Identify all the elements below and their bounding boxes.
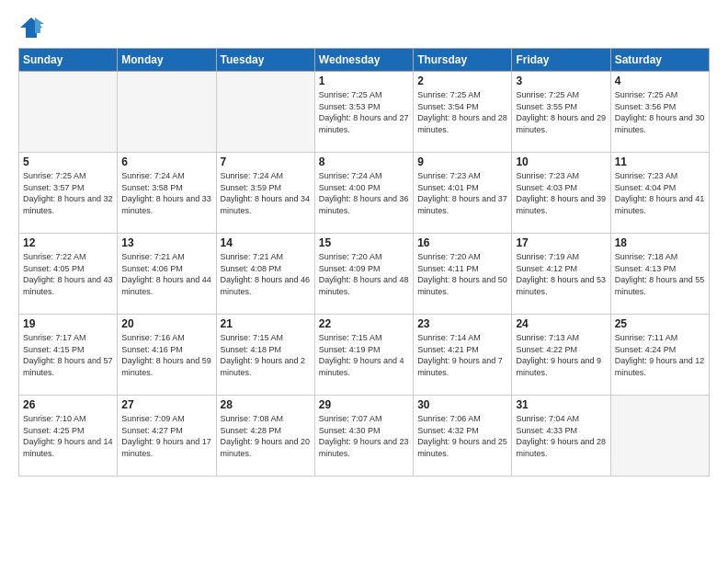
day-info: Sunrise: 7:13 AM Sunset: 4:22 PM Dayligh… bbox=[516, 332, 606, 378]
day-info: Sunrise: 7:20 AM Sunset: 4:11 PM Dayligh… bbox=[417, 251, 507, 297]
day-cell: 27Sunrise: 7:09 AM Sunset: 4:27 PM Dayli… bbox=[118, 396, 216, 477]
day-info: Sunrise: 7:23 AM Sunset: 4:04 PM Dayligh… bbox=[615, 170, 705, 216]
day-cell bbox=[216, 72, 314, 153]
week-row-4: 26Sunrise: 7:10 AM Sunset: 4:25 PM Dayli… bbox=[19, 396, 710, 477]
day-info: Sunrise: 7:22 AM Sunset: 4:05 PM Dayligh… bbox=[23, 251, 113, 297]
day-cell: 30Sunrise: 7:06 AM Sunset: 4:32 PM Dayli… bbox=[414, 396, 512, 477]
day-cell: 28Sunrise: 7:08 AM Sunset: 4:28 PM Dayli… bbox=[216, 396, 314, 477]
day-info: Sunrise: 7:25 AM Sunset: 3:55 PM Dayligh… bbox=[516, 89, 606, 135]
day-number: 31 bbox=[516, 398, 606, 411]
day-number: 6 bbox=[121, 155, 211, 168]
day-number: 29 bbox=[319, 398, 409, 411]
day-number: 27 bbox=[121, 398, 211, 411]
day-cell: 21Sunrise: 7:15 AM Sunset: 4:18 PM Dayli… bbox=[216, 315, 314, 396]
day-info: Sunrise: 7:25 AM Sunset: 3:57 PM Dayligh… bbox=[23, 170, 113, 216]
day-cell: 9Sunrise: 7:23 AM Sunset: 4:01 PM Daylig… bbox=[414, 153, 512, 234]
col-header-saturday: Saturday bbox=[610, 49, 709, 72]
week-row-0: 1Sunrise: 7:25 AM Sunset: 3:53 PM Daylig… bbox=[19, 72, 710, 153]
day-cell: 25Sunrise: 7:11 AM Sunset: 4:24 PM Dayli… bbox=[610, 315, 709, 396]
day-number: 9 bbox=[417, 155, 507, 168]
day-info: Sunrise: 7:18 AM Sunset: 4:13 PM Dayligh… bbox=[615, 251, 705, 297]
day-cell: 2Sunrise: 7:25 AM Sunset: 3:54 PM Daylig… bbox=[414, 72, 512, 153]
day-info: Sunrise: 7:21 AM Sunset: 4:08 PM Dayligh… bbox=[221, 251, 311, 297]
logo bbox=[18, 15, 48, 40]
day-cell bbox=[610, 396, 709, 477]
day-number: 20 bbox=[121, 317, 211, 330]
day-cell: 17Sunrise: 7:19 AM Sunset: 4:12 PM Dayli… bbox=[512, 234, 610, 315]
day-number: 14 bbox=[221, 236, 311, 249]
day-number: 25 bbox=[615, 317, 705, 330]
day-number: 23 bbox=[417, 317, 507, 330]
day-cell bbox=[118, 72, 216, 153]
day-number: 1 bbox=[319, 75, 409, 87]
day-info: Sunrise: 7:25 AM Sunset: 3:56 PM Dayligh… bbox=[615, 89, 705, 135]
col-header-monday: Monday bbox=[118, 49, 216, 72]
day-number: 30 bbox=[417, 398, 507, 411]
day-cell: 23Sunrise: 7:14 AM Sunset: 4:21 PM Dayli… bbox=[414, 315, 512, 396]
col-header-wednesday: Wednesday bbox=[314, 49, 413, 72]
logo-icon bbox=[18, 15, 44, 40]
day-info: Sunrise: 7:24 AM Sunset: 3:58 PM Dayligh… bbox=[121, 170, 211, 216]
day-info: Sunrise: 7:10 AM Sunset: 4:25 PM Dayligh… bbox=[23, 413, 113, 459]
day-info: Sunrise: 7:24 AM Sunset: 3:59 PM Dayligh… bbox=[221, 170, 311, 216]
day-info: Sunrise: 7:15 AM Sunset: 4:18 PM Dayligh… bbox=[221, 332, 311, 378]
day-number: 7 bbox=[221, 155, 311, 168]
day-cell: 8Sunrise: 7:24 AM Sunset: 4:00 PM Daylig… bbox=[314, 153, 413, 234]
day-info: Sunrise: 7:25 AM Sunset: 3:54 PM Dayligh… bbox=[417, 89, 507, 135]
day-number: 15 bbox=[319, 236, 409, 249]
page: SundayMondayTuesdayWednesdayThursdayFrid… bbox=[0, 0, 728, 563]
calendar-table: SundayMondayTuesdayWednesdayThursdayFrid… bbox=[18, 48, 710, 477]
day-number: 11 bbox=[615, 155, 705, 168]
day-cell: 5Sunrise: 7:25 AM Sunset: 3:57 PM Daylig… bbox=[19, 153, 118, 234]
day-cell: 16Sunrise: 7:20 AM Sunset: 4:11 PM Dayli… bbox=[414, 234, 512, 315]
header bbox=[18, 15, 710, 40]
day-cell: 18Sunrise: 7:18 AM Sunset: 4:13 PM Dayli… bbox=[610, 234, 709, 315]
day-number: 19 bbox=[23, 317, 113, 330]
day-cell: 12Sunrise: 7:22 AM Sunset: 4:05 PM Dayli… bbox=[19, 234, 118, 315]
day-number: 17 bbox=[516, 236, 606, 249]
day-cell: 19Sunrise: 7:17 AM Sunset: 4:15 PM Dayli… bbox=[19, 315, 118, 396]
day-number: 18 bbox=[615, 236, 705, 249]
day-info: Sunrise: 7:07 AM Sunset: 4:30 PM Dayligh… bbox=[319, 413, 409, 459]
day-info: Sunrise: 7:11 AM Sunset: 4:24 PM Dayligh… bbox=[615, 332, 705, 378]
day-number: 12 bbox=[23, 236, 113, 249]
header-row: SundayMondayTuesdayWednesdayThursdayFrid… bbox=[19, 49, 710, 72]
week-row-1: 5Sunrise: 7:25 AM Sunset: 3:57 PM Daylig… bbox=[19, 153, 710, 234]
day-number: 16 bbox=[417, 236, 507, 249]
day-number: 24 bbox=[516, 317, 606, 330]
day-number: 4 bbox=[615, 75, 705, 87]
day-info: Sunrise: 7:19 AM Sunset: 4:12 PM Dayligh… bbox=[516, 251, 606, 297]
day-info: Sunrise: 7:16 AM Sunset: 4:16 PM Dayligh… bbox=[121, 332, 211, 378]
day-info: Sunrise: 7:23 AM Sunset: 4:03 PM Dayligh… bbox=[516, 170, 606, 216]
day-number: 13 bbox=[121, 236, 211, 249]
day-cell: 22Sunrise: 7:15 AM Sunset: 4:19 PM Dayli… bbox=[314, 315, 413, 396]
day-info: Sunrise: 7:20 AM Sunset: 4:09 PM Dayligh… bbox=[319, 251, 409, 297]
day-number: 2 bbox=[417, 75, 507, 87]
col-header-thursday: Thursday bbox=[414, 49, 512, 72]
week-row-2: 12Sunrise: 7:22 AM Sunset: 4:05 PM Dayli… bbox=[19, 234, 710, 315]
day-cell: 7Sunrise: 7:24 AM Sunset: 3:59 PM Daylig… bbox=[216, 153, 314, 234]
day-number: 26 bbox=[23, 398, 113, 411]
day-info: Sunrise: 7:21 AM Sunset: 4:06 PM Dayligh… bbox=[121, 251, 211, 297]
svg-marker-1 bbox=[35, 17, 44, 33]
day-info: Sunrise: 7:17 AM Sunset: 4:15 PM Dayligh… bbox=[23, 332, 113, 378]
day-cell: 6Sunrise: 7:24 AM Sunset: 3:58 PM Daylig… bbox=[118, 153, 216, 234]
day-info: Sunrise: 7:15 AM Sunset: 4:19 PM Dayligh… bbox=[319, 332, 409, 378]
day-number: 3 bbox=[516, 75, 606, 87]
day-cell: 20Sunrise: 7:16 AM Sunset: 4:16 PM Dayli… bbox=[118, 315, 216, 396]
col-header-sunday: Sunday bbox=[19, 49, 118, 72]
day-info: Sunrise: 7:23 AM Sunset: 4:01 PM Dayligh… bbox=[417, 170, 507, 216]
day-cell: 10Sunrise: 7:23 AM Sunset: 4:03 PM Dayli… bbox=[512, 153, 610, 234]
day-info: Sunrise: 7:24 AM Sunset: 4:00 PM Dayligh… bbox=[319, 170, 409, 216]
day-cell: 11Sunrise: 7:23 AM Sunset: 4:04 PM Dayli… bbox=[610, 153, 709, 234]
day-cell: 13Sunrise: 7:21 AM Sunset: 4:06 PM Dayli… bbox=[118, 234, 216, 315]
day-info: Sunrise: 7:14 AM Sunset: 4:21 PM Dayligh… bbox=[417, 332, 507, 378]
day-cell: 15Sunrise: 7:20 AM Sunset: 4:09 PM Dayli… bbox=[314, 234, 413, 315]
day-info: Sunrise: 7:09 AM Sunset: 4:27 PM Dayligh… bbox=[121, 413, 211, 459]
day-info: Sunrise: 7:06 AM Sunset: 4:32 PM Dayligh… bbox=[417, 413, 507, 459]
day-info: Sunrise: 7:04 AM Sunset: 4:33 PM Dayligh… bbox=[516, 413, 606, 459]
day-number: 8 bbox=[319, 155, 409, 168]
day-cell: 29Sunrise: 7:07 AM Sunset: 4:30 PM Dayli… bbox=[314, 396, 413, 477]
col-header-tuesday: Tuesday bbox=[216, 49, 314, 72]
day-number: 22 bbox=[319, 317, 409, 330]
